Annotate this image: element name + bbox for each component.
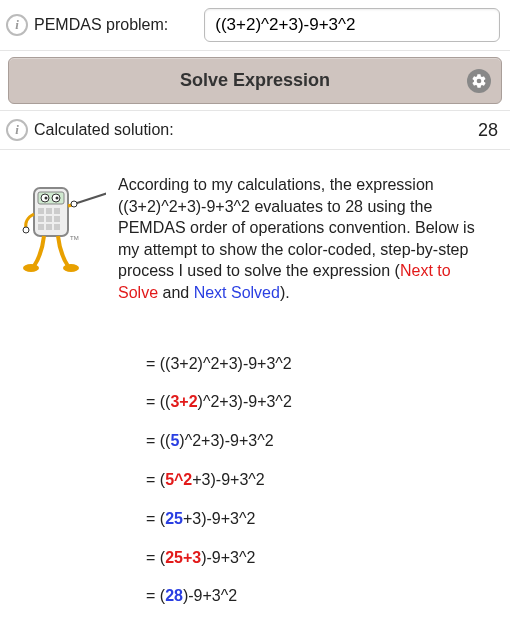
svg-point-13 <box>45 197 48 200</box>
svg-rect-3 <box>38 208 44 214</box>
step-line: = ((5)^2+3)-9+3^2 <box>146 431 494 452</box>
step-line: = (5^2+3)-9+3^2 <box>146 470 494 491</box>
expression-input[interactable] <box>204 8 500 42</box>
solve-row: Solve Expression <box>0 51 510 111</box>
gear-icon[interactable] <box>467 69 491 93</box>
solve-button[interactable]: Solve Expression <box>8 57 502 104</box>
steps-list: = ((3+2)^2+3)-9+3^2= ((3+2)^2+3)-9+3^2= … <box>146 354 494 608</box>
step-line: = (25+3)-9+3^2 <box>146 509 494 530</box>
svg-point-15 <box>56 197 59 200</box>
input-row: i PEMDAS problem: <box>0 0 510 51</box>
svg-line-0 <box>74 192 106 204</box>
svg-text:TM: TM <box>70 235 79 241</box>
svg-point-19 <box>63 264 79 272</box>
svg-rect-7 <box>46 216 52 222</box>
step-line: = (25+3)-9+3^2 <box>146 548 494 569</box>
svg-rect-6 <box>38 216 44 222</box>
svg-rect-5 <box>54 208 60 214</box>
info-icon[interactable]: i <box>6 14 28 36</box>
description-text: According to my calculations, the expres… <box>118 174 494 304</box>
svg-point-18 <box>23 264 39 272</box>
result-value: 28 <box>478 120 498 141</box>
input-label: PEMDAS problem: <box>34 16 168 34</box>
result-row: i Calculated solution: 28 <box>0 111 510 150</box>
next-solved-label: Next Solved <box>194 284 280 301</box>
svg-rect-8 <box>54 216 60 222</box>
svg-rect-10 <box>46 224 52 230</box>
step-line: = (28)-9+3^2 <box>146 586 494 607</box>
svg-point-16 <box>23 227 29 233</box>
svg-point-17 <box>71 201 77 207</box>
step-line: = ((3+2)^2+3)-9+3^2 <box>146 392 494 413</box>
result-label: Calculated solution: <box>34 121 174 139</box>
svg-rect-9 <box>38 224 44 230</box>
svg-rect-11 <box>54 224 60 230</box>
info-icon[interactable]: i <box>6 119 28 141</box>
mascot-image: TM <box>16 174 106 287</box>
solve-button-label: Solve Expression <box>180 70 330 90</box>
step-line: = ((3+2)^2+3)-9+3^2 <box>146 354 494 375</box>
content-area: TM According to my calculations, the exp… <box>0 150 510 635</box>
svg-rect-4 <box>46 208 52 214</box>
